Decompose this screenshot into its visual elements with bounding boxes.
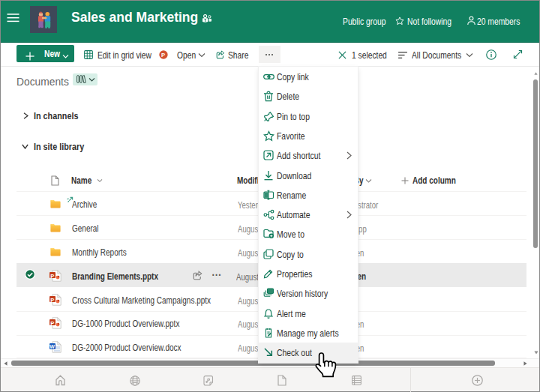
svg-text:P: P (161, 52, 165, 58)
